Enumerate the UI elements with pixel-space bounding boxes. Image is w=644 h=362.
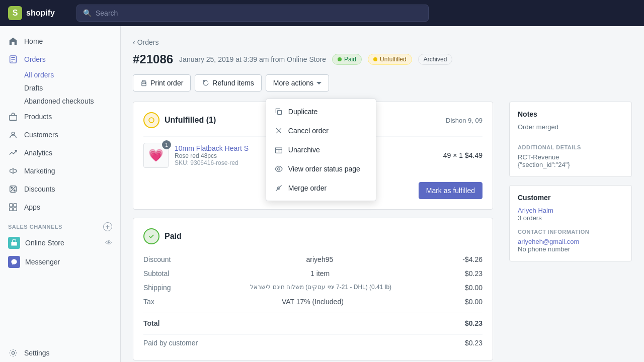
channel-item-online-store[interactable]: Online Store 👁	[0, 233, 120, 252]
unfulfilled-title: Unfulfilled (1)	[143, 112, 216, 128]
sidebar-orders-submenu: All orders Drafts Abandoned checkouts	[0, 68, 120, 108]
dropdown-item-duplicate[interactable]: Duplicate	[266, 102, 376, 121]
analytics-icon	[8, 148, 18, 158]
customer-panel: Customer Ariyeh Haim 3 orders CONTACT IN…	[509, 185, 632, 261]
sidebar-subitem-abandoned[interactable]: Abandoned checkouts	[24, 95, 120, 108]
sidebar-item-customers[interactable]: Customers	[0, 126, 120, 144]
customer-phone: No phone number	[518, 245, 623, 253]
svg-rect-11	[14, 204, 17, 207]
dropdown-item-merge[interactable]: Merge order	[266, 178, 376, 198]
eye-icon	[274, 164, 283, 173]
payment-row-shipping: Shipping משלוח חינם לישראל (7-21 ימי עסק…	[143, 281, 482, 295]
divider	[518, 137, 623, 137]
top-navigation: S shopify 🔍 Search	[0, 0, 644, 26]
online-store-label: Online Store	[25, 239, 64, 247]
sidebar-item-apps[interactable]: Apps	[0, 198, 120, 216]
paid-title: Paid	[143, 228, 482, 244]
svg-point-6	[11, 187, 13, 189]
merge-icon	[274, 184, 283, 193]
location-text: Dishon 9, 09	[446, 117, 482, 124]
rct-label: RCT-Revenue	[518, 153, 623, 161]
order-number: #21086	[133, 52, 173, 66]
orders-icon	[8, 54, 18, 64]
dropdown-item-view-status[interactable]: View order status page	[266, 159, 376, 178]
svg-rect-20	[277, 111, 281, 115]
badge-unfulfilled: Unfulfilled	[368, 54, 412, 65]
refund-items-button[interactable]: Refund items	[195, 74, 261, 92]
channel-item-messenger[interactable]: Messenger	[0, 252, 120, 272]
refund-items-label: Refund items	[212, 79, 254, 87]
svg-rect-13	[14, 208, 17, 211]
duplicate-icon	[274, 107, 283, 116]
search-bar[interactable]: 🔍 Search	[76, 5, 429, 22]
online-store-visibility-icon[interactable]: 👁	[105, 239, 112, 247]
shopify-logo-icon: S	[8, 6, 22, 20]
product-image: 💗 1	[143, 143, 169, 168]
product-price: 49 × 1 $4.49	[443, 151, 482, 159]
more-actions-label: More actions	[273, 79, 313, 87]
settings-icon	[8, 348, 18, 358]
home-icon	[8, 36, 18, 46]
sidebar-item-home[interactable]: Home	[0, 32, 120, 50]
discounts-icon	[8, 184, 18, 194]
sidebar-subitem-all-orders[interactable]: All orders	[24, 68, 120, 81]
messenger-label: Messenger	[25, 258, 60, 266]
print-order-label: Print order	[150, 79, 183, 87]
logo-text: shopify	[26, 9, 55, 18]
sidebar-item-orders[interactable]: Orders	[0, 50, 120, 68]
rct-value: {"section_id":"24"}	[518, 161, 623, 168]
sidebar-label-customers: Customers	[24, 131, 58, 139]
more-actions-button[interactable]: More actions	[266, 74, 329, 92]
more-actions-wrapper: More actions Duplicate	[266, 74, 329, 92]
add-sales-channel-button[interactable]: +	[103, 222, 112, 231]
svg-rect-12	[10, 208, 13, 211]
content-with-panel: Unfulfilled (1) Dishon 9, 09 💗 1 10mm Fl…	[133, 102, 632, 362]
paid-status-icon	[143, 228, 159, 244]
order-header: #21086 January 25, 2019 at 3:39 am from …	[133, 52, 632, 66]
breadcrumb-icon: ‹	[133, 38, 135, 46]
sidebar-label-discounts: Discounts	[24, 185, 55, 193]
svg-rect-10	[10, 204, 13, 207]
logo[interactable]: S shopify	[8, 6, 68, 20]
sidebar-label-marketing: Marketing	[24, 167, 55, 175]
breadcrumb[interactable]: ‹ Orders	[133, 38, 632, 46]
svg-rect-4	[10, 115, 17, 120]
svg-point-7	[14, 190, 15, 191]
sidebar-item-products[interactable]: Products	[0, 108, 120, 126]
sidebar-label-orders: Orders	[24, 55, 46, 63]
additional-details-title: ADDITIONAL DETAILS	[518, 144, 623, 150]
messenger-icon	[8, 256, 20, 268]
svg-point-18	[145, 82, 146, 83]
cancel-icon	[274, 126, 283, 135]
sidebar-item-marketing[interactable]: Marketing	[0, 162, 120, 180]
customer-name-link[interactable]: Ariyeh Haim	[518, 207, 623, 214]
dropdown-item-unarchive[interactable]: Unarchive	[266, 140, 376, 159]
sales-channels-section: SALES CHANNELS +	[0, 216, 120, 233]
print-icon	[140, 79, 147, 86]
customer-orders: 3 orders	[518, 214, 623, 222]
sidebar-item-discounts[interactable]: Discounts	[0, 180, 120, 198]
products-icon	[8, 112, 18, 122]
right-panel: Notes Order merged ADDITIONAL DETAILS RC…	[501, 102, 632, 269]
payment-row-paid-by: Paid by customer $0.23	[143, 334, 482, 350]
dropdown-item-cancel[interactable]: Cancel order	[266, 121, 376, 140]
main-content: ‹ Orders #21086 January 25, 2019 at 3:39…	[121, 26, 644, 362]
more-actions-dropdown: Duplicate Cancel order Unarchive	[266, 99, 376, 201]
sidebar-item-analytics[interactable]: Analytics	[0, 144, 120, 162]
unfulfilled-dot	[373, 57, 377, 61]
customer-email-link[interactable]: ariyeheh@gmail.com	[518, 238, 623, 245]
sidebar-item-settings[interactable]: Settings	[0, 344, 121, 362]
print-order-button[interactable]: Print order	[133, 74, 191, 92]
mark-as-fulfilled-button[interactable]: Mark as fulfilled	[419, 182, 482, 199]
payment-row-tax: Tax VAT 17% (Included) $0.00	[143, 295, 482, 309]
order-date: January 25, 2019 at 3:39 am from Online …	[179, 55, 326, 63]
payment-row-subtotal: Subtotal 1 item $0.23	[143, 266, 482, 281]
chevron-down-icon	[316, 80, 321, 85]
paid-dot	[338, 57, 342, 61]
unfulfilled-status-icon	[143, 112, 159, 128]
svg-point-15	[12, 351, 14, 354]
sidebar-label-settings: Settings	[24, 349, 50, 357]
online-store-icon	[8, 237, 20, 249]
marketing-icon	[8, 166, 18, 176]
sidebar-subitem-drafts[interactable]: Drafts	[24, 81, 120, 95]
